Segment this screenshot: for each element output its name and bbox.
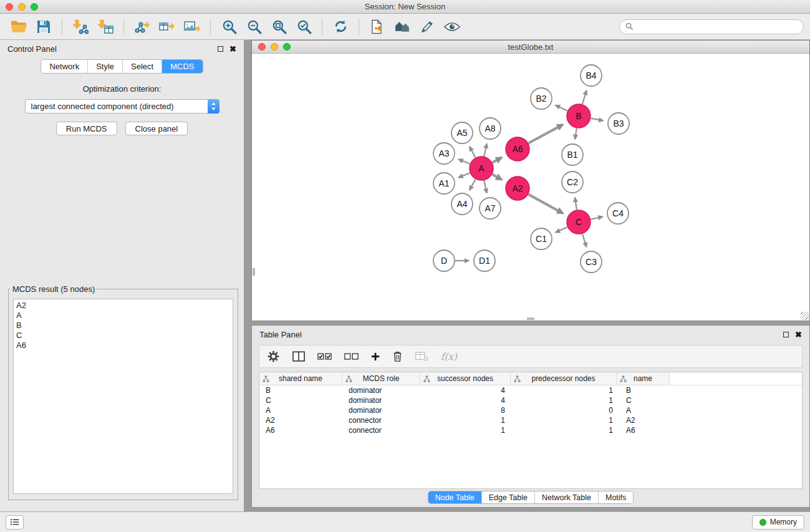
edge-A-A1[interactable]	[458, 173, 470, 177]
export-table-button[interactable]	[155, 16, 180, 38]
graph-node-C1[interactable]: C1	[531, 228, 552, 249]
graph-node-D1[interactable]: D1	[474, 250, 495, 271]
function-builder-button[interactable]: f(x)	[441, 351, 457, 362]
import-table-button[interactable]	[93, 16, 118, 38]
save-session-button[interactable]	[31, 16, 56, 38]
graph-node-C4[interactable]: C4	[607, 203, 629, 224]
minimize-network-window-button[interactable]	[271, 43, 278, 51]
mcds-result-item[interactable]: A6	[14, 341, 233, 351]
mcds-result-item[interactable]: A	[14, 311, 233, 321]
close-network-window-button[interactable]	[258, 43, 266, 51]
toggle-columns-button[interactable]	[292, 351, 305, 362]
vertical-scroll-indicator[interactable]	[253, 268, 255, 276]
show-hide-details-button[interactable]	[440, 16, 465, 38]
edge-A-A7[interactable]	[484, 181, 486, 193]
edge-B-B2[interactable]	[556, 105, 567, 111]
edge-C-C4[interactable]	[591, 216, 603, 219]
graph-node-C2[interactable]: C2	[562, 172, 583, 193]
table-row[interactable]: Bdominator41B	[259, 385, 802, 395]
delete-row-button[interactable]	[392, 351, 403, 362]
horizontal-scroll-indicator[interactable]	[527, 317, 534, 320]
graph-node-A8[interactable]: A8	[480, 118, 501, 139]
open-session-button[interactable]	[6, 16, 31, 38]
tab-edge-table[interactable]: Edge Table	[482, 491, 535, 503]
delete-table-button[interactable]	[415, 352, 428, 362]
mcds-result-item[interactable]: C	[14, 331, 233, 341]
edge-A-A6[interactable]	[493, 158, 502, 163]
graph-node-A6[interactable]: A6	[506, 137, 529, 161]
graph-node-A4[interactable]: A4	[451, 193, 473, 215]
column-header-shared-name[interactable]: shared name	[259, 372, 342, 385]
network-overview-button[interactable]	[390, 16, 415, 38]
mcds-result-list[interactable]: A2ABCA6	[13, 299, 233, 494]
run-mcds-button[interactable]: Run MCDS	[56, 122, 117, 135]
network-window-titlebar[interactable]: testGlobe.txt	[252, 41, 809, 54]
tab-style[interactable]: Style	[88, 60, 123, 73]
memory-button[interactable]: Memory	[752, 515, 804, 530]
graph-node-C[interactable]: C	[567, 210, 591, 234]
edge-A-A2[interactable]	[493, 175, 502, 180]
edge-A-A4[interactable]	[470, 180, 476, 190]
float-table-panel-button[interactable]	[783, 332, 789, 337]
graph-node-A7[interactable]: A7	[480, 198, 501, 219]
edge-C-C2[interactable]	[575, 198, 577, 210]
zoom-network-window-button[interactable]	[283, 43, 291, 51]
search-field[interactable]	[619, 19, 804, 34]
column-header-predecessor-nodes[interactable]: predecessor nodes	[511, 372, 617, 385]
select-all-rows-button[interactable]	[317, 353, 332, 360]
close-window-button[interactable]	[6, 3, 13, 11]
network-view-canvas[interactable]: AA6A2BCA5A8A3A1A4A7B2B4B3B1C2C4C1C3DD1	[252, 54, 809, 321]
graph-node-A1[interactable]: A1	[433, 173, 455, 194]
tab-network[interactable]: Network	[41, 60, 88, 73]
column-header-name[interactable]: name	[617, 372, 670, 385]
edge-B-B3[interactable]	[591, 118, 604, 121]
deselect-all-rows-button[interactable]	[344, 353, 359, 360]
graph-node-B1[interactable]: B1	[562, 144, 583, 165]
criterion-dropdown[interactable]: largest connected component (directed)	[25, 99, 219, 114]
export-network-button[interactable]	[130, 16, 155, 38]
table-row[interactable]: A2connector11A2	[259, 415, 802, 425]
graph-node-A2[interactable]: A2	[506, 177, 529, 200]
edge-A-A5[interactable]	[470, 147, 476, 157]
fullscreen-window-button[interactable]	[31, 3, 38, 11]
minimize-window-button[interactable]	[18, 3, 26, 11]
graph-node-D[interactable]: D	[433, 250, 455, 271]
resize-grip[interactable]	[801, 312, 809, 320]
table-row[interactable]: A6connector11A6	[259, 425, 802, 435]
tab-network-table[interactable]: Network Table	[535, 491, 599, 503]
refresh-layout-button[interactable]	[328, 16, 353, 38]
edge-B-B1[interactable]	[575, 128, 577, 140]
zoom-selected-button[interactable]	[291, 16, 316, 38]
table-row[interactable]: Adominator80A	[259, 405, 802, 415]
edge-C-C1[interactable]	[556, 227, 567, 233]
search-input[interactable]	[637, 22, 798, 31]
network-canvas[interactable]: AA6A2BCA5A8A3A1A4A7B2B4B3B1C2C4C1C3DD1	[252, 54, 809, 321]
mcds-result-item[interactable]: B	[14, 321, 233, 331]
edge-A6-B[interactable]	[529, 125, 563, 143]
float-panel-button[interactable]	[218, 46, 223, 52]
graph-node-A[interactable]: A	[470, 157, 493, 180]
table-settings-button[interactable]	[267, 350, 280, 363]
import-network-button[interactable]	[68, 16, 93, 38]
zoom-out-button[interactable]	[241, 16, 266, 38]
table-row[interactable]: Cdominator41C	[259, 395, 802, 405]
graph-node-B3[interactable]: B3	[608, 113, 629, 134]
close-mcds-panel-button[interactable]: Close panel	[125, 122, 188, 135]
graph-node-B4[interactable]: B4	[581, 65, 602, 86]
close-panel-button[interactable]: ✖	[229, 46, 236, 52]
mcds-result-item[interactable]: A2	[14, 301, 233, 311]
tab-mcds[interactable]: MCDS	[162, 60, 202, 73]
tab-motifs[interactable]: Motifs	[599, 491, 633, 503]
tab-node-table[interactable]: Node Table	[428, 491, 482, 503]
export-image-button[interactable]	[180, 16, 205, 38]
graph-node-B2[interactable]: B2	[531, 88, 552, 109]
column-header-mcds-role[interactable]: MCDS role	[342, 372, 420, 385]
graph-node-A3[interactable]: A3	[433, 143, 455, 164]
zoom-in-button[interactable]	[216, 16, 241, 38]
task-history-button[interactable]	[6, 515, 24, 530]
edge-A2-C[interactable]	[529, 195, 563, 213]
tab-select[interactable]: Select	[123, 60, 162, 73]
add-row-button[interactable]: +	[371, 351, 380, 363]
open-document-button[interactable]	[365, 16, 390, 38]
graph-node-A5[interactable]: A5	[451, 122, 473, 143]
